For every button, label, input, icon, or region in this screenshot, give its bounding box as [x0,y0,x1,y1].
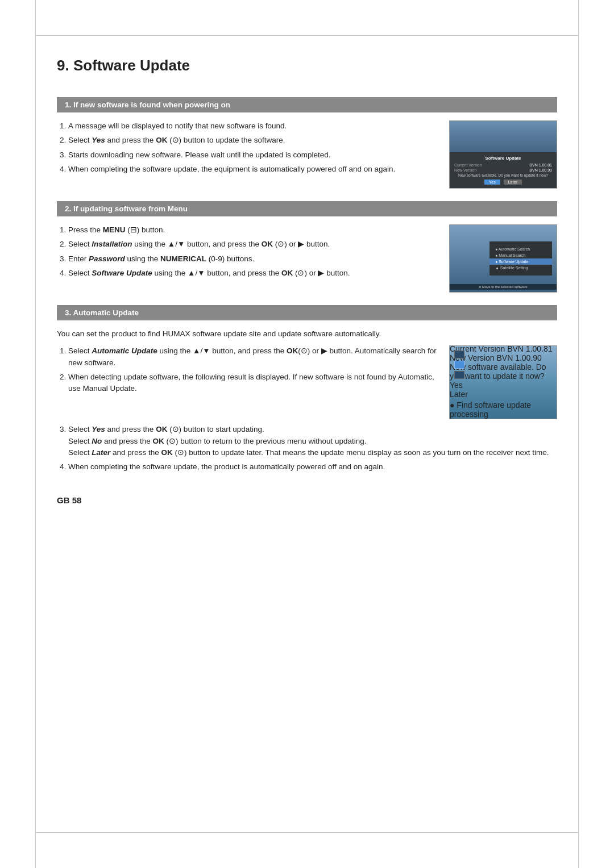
list-item: When completing the software update, the… [68,164,438,175]
screen-buttons: Yes Later [454,180,552,185]
page-border-right [578,0,579,868]
auto-btn-later: Later [450,390,557,399]
chapter-title: 9. Software Update [57,57,557,79]
menu-item-satellite: ▲ Satellite Setting [489,265,552,271]
side-icons [454,350,464,379]
current-version-label: Current Version [454,163,482,167]
section-2-text: Press the MENU (⊟) button. Select Instal… [57,224,438,293]
section-3-body: Select Automatic Update using the ▲/▼ bu… [57,345,557,419]
version-current-row: Current Version BVN 1.00.81 [454,163,552,167]
page-border-left [35,0,36,868]
list-item: Select Automatic Update using the ▲/▼ bu… [68,345,438,369]
list-item: Press the MENU (⊟) button. [68,224,438,236]
side-icon-3 [454,371,464,379]
list-item: Enter Password using the NUMERICAL (0-9)… [68,253,438,265]
auto-current-value: BVN 1.00.81 [507,345,552,353]
section-3-image: ● Automatic Update Software Update Curre… [449,345,557,419]
list-item: Select Software Update using the ▲/▼ but… [68,268,438,279]
section-1: 1. If new software is found when powerin… [57,97,557,189]
auto-ask-text: New software available. Do you want to u… [450,362,557,381]
auto-btn-yes: Yes [450,381,557,390]
page-border-bottom [35,832,579,833]
current-version-value: BVN 1.00.81 [529,163,552,167]
section-1-image: Software Update Current Version BVN 1.00… [449,120,557,189]
software-update-screen: Software Update Current Version BVN 1.00… [449,120,557,189]
menu-panel: ● Automatic Search ● Manual Search ● Sof… [489,241,552,276]
ask-update-text: New software available. Do you want to u… [454,173,552,177]
section-1-body: A message will be displayed to notify th… [57,120,557,189]
auto-version-new: New Version BVN 1.00.90 [450,353,557,362]
version-new-row: New Version BVN 1.00.90 [454,168,552,172]
list-item: Select Yes and press the OK (⊙) button t… [68,424,557,458]
page-footer: GB 58 [57,495,557,505]
section-1-header: 1. If new software is found when powerin… [57,97,557,112]
list-item: Starts downloading new software. Please … [68,149,438,161]
auto-footer-caption: ● Find software update processing [450,400,557,419]
list-item: Select Yes and press the OK (⊙) button t… [68,135,438,146]
list-item: A message will be displayed to notify th… [68,120,438,132]
screen-btn-later: Later [504,180,522,185]
menu-screen: ● Automatic Search ● Manual Search ● Sof… [449,224,557,293]
auto-new-value: BVN 1.00.90 [496,353,541,362]
list-item: Select Installation using the ▲/▼ button… [68,239,438,250]
section-2-header: 2. If updating software from Menu [57,201,557,216]
section-2-image: ● Automatic Search ● Manual Search ● Sof… [449,224,557,293]
section-3-header: 3. Automatic Update [57,305,557,320]
screen-btn-yes: Yes [484,180,500,185]
auto-update-screen: ● Automatic Update Software Update Curre… [449,345,557,419]
section-1-list: A message will be displayed to notify th… [68,120,438,175]
section-3: 3. Automatic Update You can set the prod… [57,305,557,473]
section-3-intro: You can set the product to find HUMAX so… [57,328,557,340]
new-version-value: BVN 1.00.90 [529,168,552,172]
screen-title: Software Update [454,156,552,161]
section-1-text: A message will be displayed to notify th… [57,120,438,189]
section-3-text: Select Automatic Update using the ▲/▼ bu… [57,345,438,419]
auto-version-current: Current Version BVN 1.00.81 [450,345,557,353]
menu-item-software: ● Software Update [489,258,552,265]
auto-update-overlay: ● Automatic Update Software Update Curre… [450,345,557,419]
menu-item-manual: ● Manual Search [489,252,552,258]
menu-item-auto: ● Automatic Search [489,246,552,252]
menu-caption: ● Move to the selected software [450,284,557,290]
page-border-top [35,35,579,36]
list-item: When detecting update software, the foll… [68,372,438,395]
section-3-list: Select Automatic Update using the ▲/▼ bu… [68,345,438,394]
section-2: 2. If updating software from Menu Press … [57,201,557,293]
section-3-list-continued: Select Yes and press the OK (⊙) button t… [68,424,557,473]
side-icon-1 [454,350,464,358]
auto-screen-buttons: Yes Later [450,381,557,399]
list-item: When completing the software update, the… [68,461,557,473]
new-version-label: New Version [454,168,476,172]
side-icon-2 [454,361,464,369]
section-2-list: Press the MENU (⊟) button. Select Instal… [68,224,438,279]
screen-overlay: Software Update Current Version BVN 1.00… [450,152,557,188]
section-2-body: Press the MENU (⊟) button. Select Instal… [57,224,557,293]
